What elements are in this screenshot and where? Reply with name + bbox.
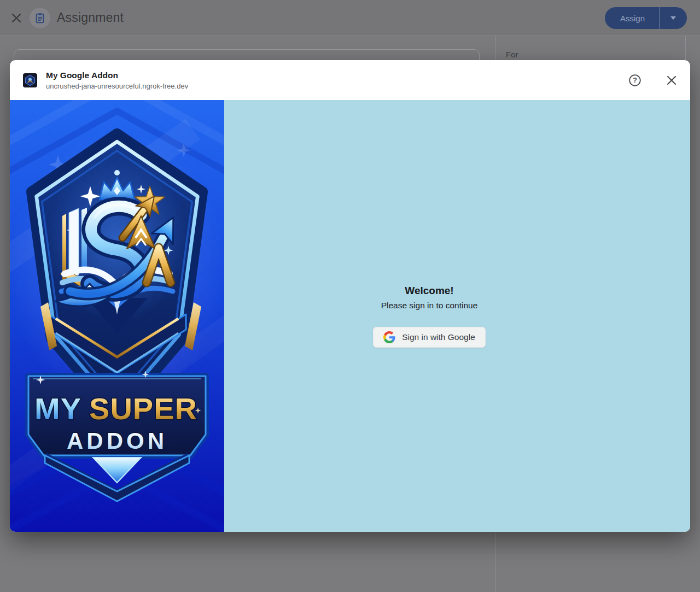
- badge-title-line2: ADDON: [67, 428, 167, 454]
- assignment-type-badge: [30, 8, 50, 28]
- banner: MYSUPER ADDON: [28, 371, 206, 455]
- close-dialog-button[interactable]: [666, 75, 677, 86]
- signin-panel: Welcome! Please sign in to continue Sign…: [224, 100, 690, 532]
- addon-dialog-header: My Google Addon uncrushed-jana-unresourc…: [10, 60, 690, 100]
- google-g-icon: [383, 331, 395, 343]
- close-icon: [666, 75, 677, 86]
- welcome-title: Welcome!: [405, 285, 453, 297]
- addon-app-icon: [23, 73, 37, 87]
- sidebar-card-edge: [685, 36, 686, 60]
- svg-text:?: ?: [633, 77, 637, 84]
- help-button[interactable]: ?: [628, 73, 642, 87]
- close-icon: [10, 11, 23, 25]
- assign-split-button: Assign: [605, 7, 687, 29]
- addon-identity: My Google Addon uncrushed-jana-unresourc…: [46, 70, 188, 91]
- close-assignment-icon[interactable]: [10, 11, 23, 25]
- addon-dialog-body: MYSUPER ADDON: [10, 100, 690, 532]
- screen: Assignment Assign For My Google Addon: [0, 0, 700, 592]
- for-label: For: [506, 50, 518, 59]
- addon-domain: uncrushed-jana-unresourceful.ngrok-free.…: [46, 81, 188, 91]
- clipboard-icon: [34, 12, 46, 24]
- help-icon: ?: [628, 73, 642, 87]
- assign-dropdown-button[interactable]: [660, 7, 687, 29]
- badge-illustration: MYSUPER ADDON: [10, 100, 224, 532]
- badge-title-line1: MYSUPER: [34, 391, 197, 426]
- caret-down-icon: [670, 16, 676, 20]
- page-title: Assignment: [57, 0, 124, 36]
- welcome-subtitle: Please sign in to continue: [381, 301, 478, 310]
- addon-dialog: My Google Addon uncrushed-jana-unresourc…: [10, 60, 690, 532]
- addon-name: My Google Addon: [46, 70, 188, 80]
- assign-button[interactable]: Assign: [605, 7, 659, 29]
- google-signin-label: Sign in with Google: [402, 332, 475, 342]
- google-signin-button[interactable]: Sign in with Google: [373, 327, 486, 348]
- addon-splash-art: MYSUPER ADDON: [10, 100, 224, 532]
- classroom-topbar: Assignment Assign: [0, 0, 700, 36]
